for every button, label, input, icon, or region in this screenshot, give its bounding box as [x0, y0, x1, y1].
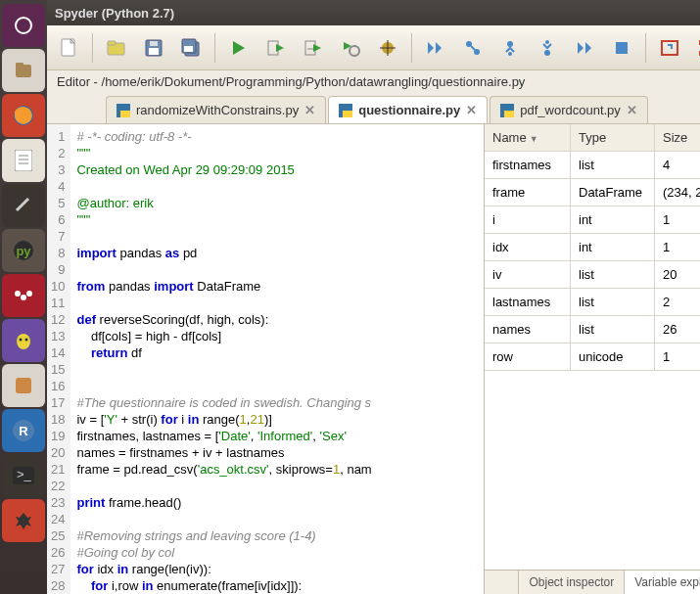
run-cell-button[interactable] [262, 34, 290, 62]
svg-marker-50 [578, 42, 583, 54]
sort-icon: ▼ [530, 134, 538, 144]
col-name[interactable]: Name▼ [485, 124, 571, 151]
svg-marker-30 [233, 41, 245, 55]
step-into-button[interactable] [496, 34, 524, 62]
svg-point-13 [17, 334, 30, 349]
svg-point-47 [508, 52, 512, 56]
line-gutter: 1234567891011121314151617181920212223242… [47, 124, 70, 594]
tab-pdfwordcount[interactable]: pdf_wordcount.py ✕ [490, 96, 648, 123]
svg-point-48 [545, 40, 549, 44]
svg-marker-51 [585, 42, 591, 54]
run-cell-advance-button[interactable] [300, 34, 327, 62]
variable-row[interactable]: frameDataFrame(234, 26) [485, 179, 700, 206]
settings-icon[interactable] [2, 184, 45, 227]
spyder-icon[interactable] [2, 499, 45, 542]
editor-tabs: randomizeWithConstrains.py ✕ questionnai… [47, 93, 700, 124]
tab-object-inspector[interactable]: Object inspector [518, 571, 624, 594]
save-button[interactable] [140, 34, 167, 62]
rstudio-icon[interactable]: R [2, 409, 45, 452]
open-button[interactable] [103, 34, 130, 62]
python-file-icon [339, 104, 352, 117]
svg-point-12 [21, 295, 26, 300]
content-area: 1234567891011121314151617181920212223242… [47, 124, 700, 594]
variable-row[interactable]: firstnameslist4 [485, 152, 700, 179]
variable-row[interactable]: idxint1 [485, 234, 700, 261]
svg-point-0 [16, 18, 31, 33]
pidgin-icon[interactable] [2, 319, 45, 362]
variable-body: firstnameslist4 frameDataFrame(234, 26) … [485, 152, 700, 570]
svg-rect-25 [149, 48, 159, 55]
svg-rect-57 [343, 111, 352, 117]
variable-row[interactable]: lastnameslist2 [485, 289, 700, 316]
svg-text:>_: >_ [17, 467, 32, 481]
svg-marker-32 [276, 44, 284, 52]
close-icon[interactable]: ✕ [627, 103, 637, 117]
svg-rect-55 [120, 111, 130, 117]
title-bar: Spyder (Python 2.7) [47, 0, 700, 25]
svg-text:py: py [16, 244, 31, 258]
tab-variable-explorer[interactable]: Variable explore [624, 571, 700, 594]
svg-rect-4 [15, 150, 32, 171]
variable-row[interactable]: rowunicode1 [485, 343, 700, 371]
save-all-button[interactable] [177, 34, 205, 62]
files-icon[interactable] [2, 49, 45, 92]
tab-label: randomizeWithConstrains.py [136, 103, 299, 117]
variable-row[interactable]: iint1 [485, 206, 700, 234]
svg-rect-52 [616, 42, 628, 54]
new-file-button[interactable] [55, 34, 82, 62]
code-area[interactable]: # -*- coding: utf-8 -*- """ Created on W… [70, 124, 377, 594]
svg-point-15 [25, 339, 28, 342]
svg-rect-16 [16, 378, 31, 393]
col-size[interactable]: Size [655, 124, 700, 151]
close-icon[interactable]: ✕ [304, 103, 315, 117]
variable-explorer: Name▼ Type Size firstnameslist4 frameDat… [484, 124, 700, 594]
svg-rect-29 [184, 46, 193, 52]
python-file-icon [500, 104, 514, 117]
python-icon[interactable]: py [2, 229, 45, 272]
svg-point-49 [544, 50, 550, 56]
app-window: Spyder (Python 2.7) Editor - /home/erik/… [47, 0, 700, 594]
svg-rect-2 [16, 63, 23, 67]
run-config-button[interactable] [337, 34, 364, 62]
svg-point-10 [15, 291, 21, 297]
run-button[interactable] [225, 34, 253, 62]
continue-button[interactable] [571, 34, 598, 62]
svg-rect-59 [504, 111, 514, 117]
svg-rect-26 [150, 41, 158, 46]
svg-point-37 [350, 46, 359, 56]
tab-questionnaire[interactable]: questionnaire.py ✕ [328, 96, 488, 123]
python-file-icon [117, 104, 130, 117]
svg-marker-42 [436, 42, 442, 54]
pane-tabs: Object inspector Variable explore [485, 570, 700, 594]
firefox-icon[interactable] [2, 94, 45, 137]
svg-rect-23 [108, 41, 116, 45]
editor-path: Editor - /home/erik/Dokument/Programming… [47, 70, 700, 93]
tab-label: pdf_wordcount.py [520, 103, 621, 117]
variable-header: Name▼ Type Size [485, 124, 700, 152]
unity-launcher: py R >_ [0, 0, 47, 594]
step-out-button[interactable] [534, 34, 561, 62]
stop-button[interactable] [608, 34, 635, 62]
svg-rect-53 [662, 41, 677, 55]
svg-point-46 [507, 41, 513, 47]
debug-button[interactable] [422, 34, 449, 62]
variable-row[interactable]: nameslist26 [485, 316, 700, 343]
terminal-icon[interactable]: >_ [2, 454, 45, 497]
svg-text:R: R [19, 424, 28, 438]
mendeley-icon[interactable] [2, 274, 45, 317]
col-type[interactable]: Type [571, 124, 655, 151]
maximize-button[interactable] [656, 34, 683, 62]
fullscreen-button[interactable] [693, 34, 700, 62]
step-button[interactable] [459, 34, 487, 62]
tab-randomize[interactable]: randomizeWithConstrains.py ✕ [106, 96, 326, 123]
dash-icon[interactable] [2, 4, 45, 47]
svg-point-11 [26, 291, 32, 297]
svg-marker-41 [428, 42, 434, 54]
svg-marker-34 [313, 44, 321, 52]
app-icon[interactable] [2, 364, 45, 407]
code-editor[interactable]: 1234567891011121314151617181920212223242… [47, 124, 484, 594]
variable-row[interactable]: ivlist20 [485, 261, 700, 289]
doc-icon[interactable] [2, 139, 45, 182]
debug-run-button[interactable] [374, 34, 401, 62]
close-icon[interactable]: ✕ [466, 103, 477, 117]
